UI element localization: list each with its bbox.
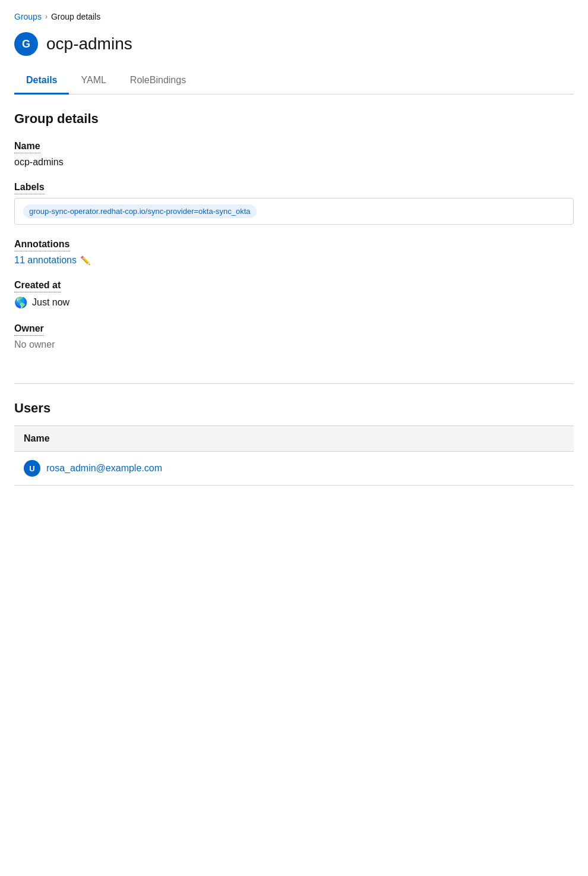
users-table-col-name: Name (14, 426, 574, 452)
user-cell-inner: U rosa_admin@example.com (24, 460, 564, 477)
group-icon: G (14, 32, 38, 56)
field-labels: Labels group-sync-operator.redhat-cop.io… (14, 182, 574, 225)
page-title: ocp-admins (46, 34, 132, 53)
breadcrumb-current: Group details (51, 12, 100, 21)
labels-label: Labels (14, 182, 45, 194)
breadcrumb-groups-link[interactable]: Groups (14, 12, 42, 21)
tab-details[interactable]: Details (14, 68, 69, 94)
field-owner: Owner No owner (14, 323, 574, 350)
section-divider (14, 383, 574, 384)
tabs: Details YAML RoleBindings (14, 68, 574, 94)
table-row: U rosa_admin@example.com (14, 452, 574, 486)
details-section: Group details Name ocp-admins Labels gro… (14, 111, 574, 376)
created-at-text: Just now (32, 297, 69, 308)
name-label: Name (14, 141, 40, 153)
page-header: G ocp-admins (14, 32, 574, 56)
annotations-count: 11 annotations (14, 255, 77, 266)
field-name: Name ocp-admins (14, 141, 574, 168)
annotations-link[interactable]: 11 annotations ✏️ (14, 255, 90, 266)
users-heading: Users (14, 401, 574, 416)
name-value: ocp-admins (14, 157, 574, 168)
annotations-value: 11 annotations ✏️ (14, 255, 574, 266)
group-details-heading: Group details (14, 111, 574, 127)
owner-label: Owner (14, 323, 44, 336)
user-name-link[interactable]: rosa_admin@example.com (46, 463, 162, 474)
field-created-at: Created at 🌎 Just now (14, 280, 574, 309)
owner-value: No owner (14, 339, 574, 350)
label-badge: group-sync-operator.redhat-cop.io/sync-p… (23, 204, 257, 218)
breadcrumb: Groups › Group details (14, 12, 574, 21)
user-avatar-letter: U (29, 464, 34, 473)
tab-yaml[interactable]: YAML (69, 68, 118, 94)
users-table: Name U rosa_admin@example.com (14, 426, 574, 486)
user-cell: U rosa_admin@example.com (14, 452, 574, 486)
globe-icon: 🌎 (14, 296, 27, 309)
user-avatar: U (24, 460, 40, 477)
created-at-value: 🌎 Just now (14, 296, 574, 309)
tabs-container: Details YAML RoleBindings (14, 68, 574, 94)
users-section: Users Name U rosa_admin@example.com (14, 401, 574, 486)
field-annotations: Annotations 11 annotations ✏️ (14, 239, 574, 266)
edit-icon: ✏️ (80, 256, 90, 265)
annotations-label: Annotations (14, 239, 69, 251)
created-at-label: Created at (14, 280, 61, 292)
breadcrumb-separator: › (45, 12, 48, 21)
tab-rolebindings[interactable]: RoleBindings (118, 68, 198, 94)
labels-container: group-sync-operator.redhat-cop.io/sync-p… (14, 198, 574, 225)
